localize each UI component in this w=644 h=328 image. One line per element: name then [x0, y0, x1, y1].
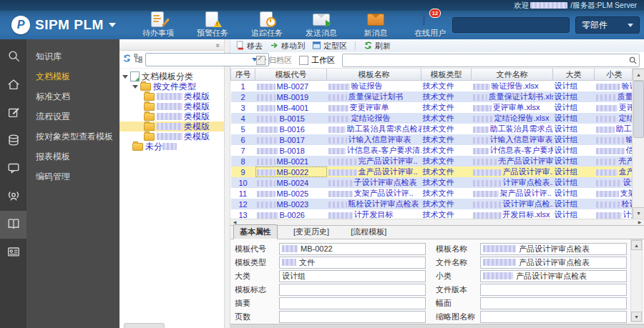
tree-search-input[interactable]	[146, 55, 250, 64]
global-search-input[interactable]	[452, 17, 570, 33]
app-logo[interactable]: P SIPM PLM	[0, 16, 136, 34]
online-users-button[interactable]: 12 在线用户	[408, 11, 452, 39]
collapse-panel-icon[interactable]: »	[215, 43, 222, 46]
table-row[interactable]: 1MB-0027验证报告技术文件验证报告.xlsx设计组验证报告	[231, 81, 635, 92]
tree-view-icon[interactable]	[134, 53, 143, 66]
col-template-code[interactable]: 模板代号	[255, 69, 327, 81]
table-row[interactable]: 7B-0018计信息表-客户要求清..技术文件计信息表-客户要求清..设计组信息…	[231, 145, 635, 156]
tree-item[interactable]: 类模版	[119, 131, 224, 141]
censored-text	[596, 137, 625, 144]
details-tabs: 基本属性 [变更历史] [流程模板]	[230, 226, 644, 239]
rail-broadcast[interactable]	[0, 183, 26, 211]
col-seq[interactable]: 序号	[231, 69, 255, 81]
menu-item[interactable]: 知识库	[26, 46, 119, 66]
table-row[interactable]: 2MB-0019质量保证计划书技术文件质量保证计划书.xlsx设计组质量保证计划…	[231, 91, 635, 102]
tree-bottom-handle[interactable]	[124, 323, 165, 328]
scroll-down-icon[interactable]: ▼	[631, 312, 642, 322]
censored-text	[596, 84, 620, 90]
scroll-up-icon[interactable]: ▲	[633, 69, 644, 81]
table-row[interactable]: 5B-0016助工装治具需求点检表技术文件助工装治具需求点检..设计组助工装治具…	[231, 124, 635, 134]
refresh-tree-icon[interactable]	[122, 53, 132, 66]
table-row[interactable]: 12MB-0023瓶栓设计评审点检表技术文件设计评审点检..设计组栓设计评..	[231, 199, 635, 209]
track-tasks-button[interactable]: 追踪任务	[245, 11, 289, 39]
send-message-button[interactable]: 发送消息	[299, 11, 343, 39]
field-input[interactable]	[279, 311, 426, 323]
table-row[interactable]: 6B-0017计输入信息评审表技术文件计输入信息评审表.xlsx设计组输入信息评…	[231, 134, 635, 145]
tab-change-history[interactable]: [变更历史]	[288, 225, 335, 239]
field-input[interactable]: 设计组	[279, 270, 426, 282]
alert-tasks-button[interactable]: 预警任务	[190, 11, 235, 39]
field-input[interactable]: MB-0022	[279, 243, 426, 255]
tree-uncategorized[interactable]: 未分	[119, 141, 224, 151]
table-row[interactable]: 3MB-4001变更评审单技术文件更评审单.xlsx设计组更评审单	[231, 102, 635, 113]
tab-basic-properties[interactable]: 基本属性	[233, 224, 278, 239]
field-input[interactable]: 产品设计评审点检表	[480, 257, 627, 269]
field-label: 模板代号	[235, 244, 279, 254]
rail-sipm-search[interactable]	[0, 44, 26, 71]
new-message-button[interactable]: 新消息	[353, 11, 398, 39]
work-zone-checkbox[interactable]	[299, 56, 308, 65]
scroll-up-icon[interactable]: ▲	[631, 240, 642, 250]
censored-text	[473, 148, 489, 154]
archive-zone-checkbox[interactable]	[256, 56, 265, 65]
menu-item[interactable]: 标准文档	[26, 86, 119, 106]
menu-item[interactable]: 报表模板	[26, 146, 119, 167]
col-template-type[interactable]: 模板类型	[421, 69, 472, 81]
menu-item[interactable]: 按对象类型查看模板	[26, 126, 119, 146]
table-search-input[interactable]	[343, 56, 629, 65]
col-file-name[interactable]: 文件名称	[472, 69, 553, 81]
field-input[interactable]	[480, 284, 627, 296]
censored-text	[473, 126, 489, 133]
rail-chat[interactable]	[0, 155, 26, 183]
col-template-name[interactable]: 模板名称	[327, 69, 421, 81]
field-input[interactable]: 文件	[279, 257, 426, 269]
todo-tasks-button[interactable]: 待办事项	[136, 11, 180, 39]
move-to-icon	[270, 41, 279, 51]
table-row[interactable]: 4B-0015定结论报告技术文件定结论报告.xlsx设计组定结论报告	[231, 113, 635, 124]
logo-caret-icon[interactable]	[109, 23, 116, 27]
col-major-class[interactable]: 大类	[553, 69, 595, 81]
remove-button[interactable]: 移去	[233, 41, 265, 51]
table-row[interactable]: 11MB-0025支架产品设计评..技术文件架产品设计评..设计组支架产品..	[231, 188, 635, 199]
menu-item[interactable]: 流程设置	[26, 106, 119, 126]
caret-down-icon[interactable]	[122, 75, 128, 79]
menu-item[interactable]: 文档模板	[26, 66, 119, 86]
tab-process-template[interactable]: [流程模板]	[345, 225, 392, 239]
rail-bulletin[interactable]	[0, 239, 26, 267]
app-window: 欢迎 /服务器:PLM Server P SIPM PLM 待办事项	[0, 0, 644, 328]
search-category-dropdown[interactable]: 零部件	[575, 16, 640, 34]
field-input[interactable]: 产品设计评审点检表	[480, 243, 627, 255]
vertical-scrollbar[interactable]: ▲ ▼	[632, 69, 644, 219]
fixed-zone-button[interactable]: 定型区	[310, 41, 349, 51]
field-input[interactable]	[279, 284, 426, 296]
field-input[interactable]	[480, 311, 627, 323]
censored-text	[328, 191, 353, 197]
field-input[interactable]: 产品设计评审点检表	[480, 270, 627, 282]
censored-text	[596, 116, 618, 122]
rail-library[interactable]	[0, 211, 26, 239]
horizontal-scrollbar[interactable]: ◀ ▶	[230, 219, 644, 225]
menu-item[interactable]: 编码管理	[26, 167, 119, 187]
table-row[interactable]: 9MB-0022盒产品设计评审..技术文件产品设计评审..设计组盒产品设..	[231, 167, 635, 177]
chevron-down-icon	[628, 24, 633, 27]
rail-home[interactable]	[0, 71, 26, 99]
col-minor-class[interactable]: 小类	[595, 69, 635, 81]
refresh-button[interactable]: 刷新	[361, 41, 393, 51]
move-to-button[interactable]: 移动到	[268, 41, 307, 51]
scrollbar-thumb[interactable]	[633, 81, 644, 138]
table-row[interactable]: 10MB-0024子设计评审点检表技术文件计评审点检表..设计组设计评审..	[231, 177, 635, 188]
folder-icon	[144, 93, 155, 101]
table-row[interactable]: 8MB-0021完产品设计评审..技术文件壳产品设计评审..设计组壳产品设..	[231, 156, 635, 167]
field-input[interactable]	[480, 297, 627, 309]
field-label: 模板类型	[235, 257, 279, 268]
scroll-right-icon[interactable]: ▶	[635, 219, 644, 224]
censored-text	[473, 169, 502, 176]
scroll-down-icon[interactable]: ▼	[633, 207, 644, 219]
panel-splitter[interactable]	[225, 39, 230, 328]
rail-compose[interactable]	[0, 99, 26, 127]
caret-down-icon[interactable]	[132, 85, 138, 89]
rail-database[interactable]	[0, 127, 26, 155]
scroll-left-icon[interactable]: ◀	[230, 219, 239, 224]
details-scrollbar[interactable]: ▲ ▼	[630, 239, 643, 322]
field-input[interactable]	[279, 297, 426, 309]
